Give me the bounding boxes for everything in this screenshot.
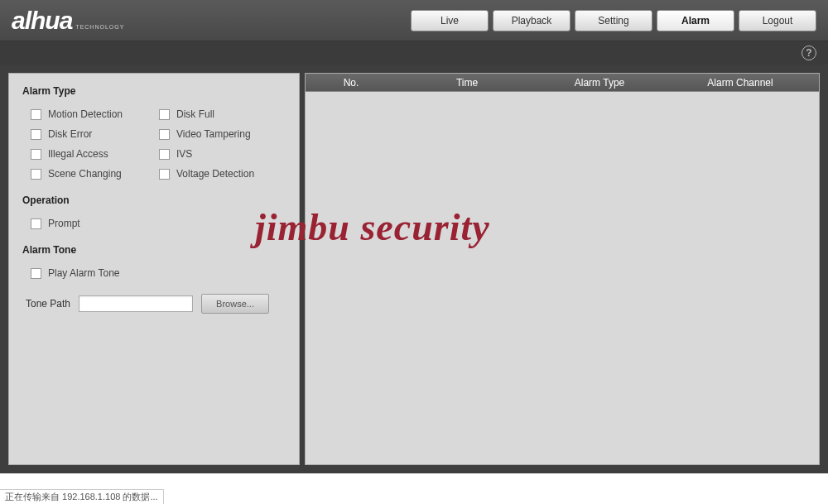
checkbox-icon[interactable] — [31, 149, 41, 160]
content-area: Alarm Type Motion Detection Disk Full Di… — [0, 65, 828, 473]
nav-logout[interactable]: Logout — [739, 10, 816, 31]
brand-logo: alhua TECHNOLOGY — [12, 7, 124, 35]
browse-button[interactable]: Browse... — [201, 294, 269, 314]
alarm-type-grid: Motion Detection Disk Full Disk Error Vi… — [22, 108, 286, 180]
checkbox-icon[interactable] — [159, 149, 170, 160]
check-label: Prompt — [48, 218, 80, 229]
table-body-empty — [306, 92, 819, 464]
check-scene-changing[interactable]: Scene Changing — [31, 168, 159, 180]
tone-path-label: Tone Path — [26, 298, 70, 310]
help-icon[interactable]: ? — [802, 46, 816, 60]
checkbox-icon[interactable] — [31, 109, 41, 120]
brand-sub: TECHNOLOGY — [75, 24, 124, 30]
check-disk-full[interactable]: Disk Full — [159, 108, 286, 120]
check-label: Illegal Access — [48, 148, 108, 160]
alarm-tone-group: Play Alarm Tone — [22, 267, 286, 279]
status-text: 正在传输来自 192.168.1.108 的数据... — [5, 491, 158, 503]
tone-path-row: Tone Path Browse... — [22, 294, 286, 314]
check-prompt[interactable]: Prompt — [31, 218, 286, 229]
status-bar: 正在传输来自 192.168.1.108 的数据... — [0, 489, 164, 504]
col-time: Time — [397, 77, 537, 89]
checkbox-icon[interactable] — [31, 268, 41, 279]
operation-group: Prompt — [22, 218, 286, 229]
nav-setting[interactable]: Setting — [575, 10, 652, 31]
checkbox-icon[interactable] — [31, 169, 41, 180]
section-operation: Operation — [22, 194, 286, 206]
check-label: Disk Full — [176, 108, 214, 120]
checkbox-icon[interactable] — [31, 218, 41, 229]
col-no: No. — [306, 77, 397, 89]
header-bar: alhua TECHNOLOGY Live Playback Setting A… — [0, 0, 828, 41]
checkbox-icon[interactable] — [159, 109, 170, 120]
check-motion-detection[interactable]: Motion Detection — [31, 108, 159, 120]
nav-playback[interactable]: Playback — [493, 10, 570, 31]
col-alarm-type: Alarm Type — [537, 77, 662, 89]
check-label: Disk Error — [48, 128, 92, 140]
section-alarm-tone: Alarm Tone — [22, 244, 286, 256]
nav-alarm[interactable]: Alarm — [657, 10, 734, 31]
nav-live[interactable]: Live — [411, 10, 489, 31]
check-label: Motion Detection — [48, 108, 123, 120]
check-play-alarm-tone[interactable]: Play Alarm Tone — [31, 267, 286, 279]
tone-path-input[interactable] — [79, 295, 193, 312]
check-label: Scene Changing — [48, 168, 122, 180]
settings-panel: Alarm Type Motion Detection Disk Full Di… — [8, 73, 300, 465]
check-ivs[interactable]: IVS — [159, 148, 286, 160]
check-label: Voltage Detection — [176, 168, 254, 180]
checkbox-icon[interactable] — [159, 169, 170, 180]
alarm-log-panel: No. Time Alarm Type Alarm Channel — [305, 73, 820, 465]
table-header: No. Time Alarm Type Alarm Channel — [306, 74, 819, 92]
sub-bar: ? — [0, 41, 828, 65]
check-illegal-access[interactable]: Illegal Access — [31, 148, 159, 160]
main-nav: Live Playback Setting Alarm Logout — [411, 10, 821, 31]
check-voltage-detection[interactable]: Voltage Detection — [159, 168, 286, 180]
check-label: Play Alarm Tone — [48, 267, 120, 279]
brand-name: alhua — [12, 7, 72, 35]
col-alarm-channel: Alarm Channel — [662, 77, 819, 89]
checkbox-icon[interactable] — [31, 129, 41, 140]
section-alarm-type: Alarm Type — [22, 85, 286, 97]
check-video-tampering[interactable]: Video Tampering — [159, 128, 286, 140]
check-label: IVS — [176, 148, 192, 160]
check-label: Video Tampering — [176, 128, 251, 140]
checkbox-icon[interactable] — [159, 129, 170, 140]
check-disk-error[interactable]: Disk Error — [31, 128, 159, 140]
